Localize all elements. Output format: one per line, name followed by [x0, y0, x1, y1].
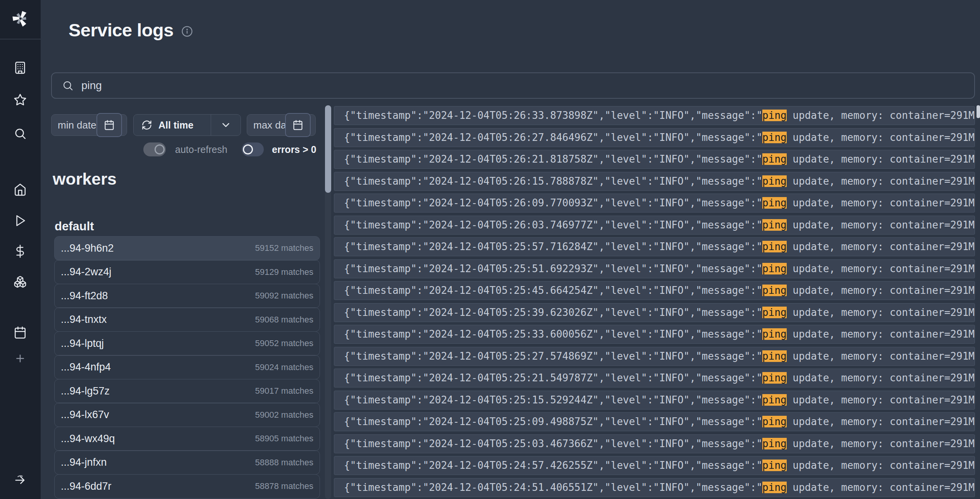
worker-match-count: 59068 matches	[255, 315, 313, 325]
log-timestamp: 2024-12-04T05:25:03.467366Z	[429, 438, 593, 449]
log-json-prefix: {"timestamp":"	[344, 241, 429, 252]
search-input[interactable]: ping	[51, 72, 975, 99]
worker-match-count: 59092 matches	[255, 291, 313, 301]
log-json-middle: ","level":"INFO","message":"	[593, 132, 762, 143]
worker-group-label: default	[55, 219, 94, 233]
info-icon[interactable]	[181, 26, 193, 37]
search-icon[interactable]	[14, 127, 27, 140]
search-magnifier-icon	[62, 80, 74, 91]
log-json-middle: ","level":"INFO","message":"	[593, 416, 762, 427]
log-row[interactable]: {"timestamp":"2024-12-04T05:24:51.406551…	[334, 478, 975, 497]
log-row[interactable]: {"timestamp":"2024-12-04T05:26:33.873898…	[334, 106, 975, 125]
page-scrollbar-thumb[interactable]	[977, 105, 980, 118]
log-highlight-match: ping	[762, 460, 787, 471]
auto-refresh-toggle[interactable]	[143, 142, 166, 156]
errors-toggle-knob	[243, 144, 253, 154]
time-range-main[interactable]: All time	[134, 120, 211, 131]
calendar-icon[interactable]	[14, 326, 27, 339]
log-highlight-match: ping	[762, 307, 787, 318]
dollar-sign-icon[interactable]	[14, 245, 27, 258]
log-row[interactable]: {"timestamp":"2024-12-04T05:25:21.549787…	[334, 369, 975, 388]
log-highlight-match: ping	[762, 241, 787, 252]
log-row[interactable]: {"timestamp":"2024-12-04T05:26:09.770093…	[334, 194, 975, 213]
log-row[interactable]: {"timestamp":"2024-12-04T05:26:21.818758…	[334, 150, 975, 169]
log-list-scrollbar[interactable]	[325, 105, 331, 499]
worker-list-item[interactable]: ...94-2wz4j 59129 matches	[54, 260, 320, 284]
log-list: {"timestamp":"2024-12-04T05:26:33.873898…	[334, 106, 975, 499]
log-row[interactable]: {"timestamp":"2024-12-04T05:25:57.716284…	[334, 237, 975, 256]
worker-match-count: 58905 matches	[255, 434, 313, 444]
worker-list-item[interactable]: ...94-wx49q 58905 matches	[54, 427, 320, 451]
log-json-prefix: {"timestamp":"	[344, 197, 429, 209]
log-row[interactable]: {"timestamp":"2024-12-04T05:25:09.498875…	[334, 412, 975, 431]
star-icon[interactable]	[14, 93, 27, 106]
worker-list-item[interactable]: ...94-lg57z 59017 matches	[54, 379, 320, 403]
log-json-middle: ","level":"INFO","message":"	[593, 328, 762, 340]
errors-toggle[interactable]	[242, 142, 264, 156]
time-range-button[interactable]: All time	[133, 114, 241, 136]
log-row[interactable]: {"timestamp":"2024-12-04T05:25:51.692293…	[334, 259, 975, 278]
page-title: Service logs	[69, 19, 174, 41]
log-message-rest: update, memory: container=291MB	[787, 263, 975, 274]
log-message-rest: update, memory: container=291MB	[787, 394, 975, 406]
worker-list-item[interactable]: ...94-tnxtx 59068 matches	[54, 307, 320, 332]
log-json-middle: ","level":"INFO","message":"	[593, 263, 762, 274]
worker-list-item[interactable]: ...94-lx67v 59002 matches	[54, 403, 320, 427]
play-icon[interactable]	[14, 214, 27, 227]
log-row[interactable]: {"timestamp":"2024-12-04T05:26:27.846496…	[334, 128, 975, 147]
log-highlight-match: ping	[762, 197, 787, 209]
plus-icon[interactable]	[14, 353, 26, 364]
building-icon[interactable]	[14, 61, 27, 74]
log-timestamp: 2024-12-04T05:24:51.406551Z	[429, 482, 593, 493]
log-timestamp: 2024-12-04T05:26:21.818758Z	[429, 153, 593, 165]
home-icon[interactable]	[14, 183, 27, 196]
worker-name: ...94-6dd7r	[61, 480, 112, 492]
log-timestamp: 2024-12-04T05:25:21.549787Z	[429, 372, 593, 384]
log-message-rest: update, memory: container=291MB	[787, 110, 975, 121]
worker-list-item[interactable]: ...94-9h6n2 59152 matches	[54, 236, 320, 261]
time-range-dropdown-button[interactable]	[211, 119, 241, 131]
worker-name: ...94-2wz4j	[61, 266, 112, 278]
worker-list-item[interactable]: ...94-6dd7r 58878 matches	[54, 474, 320, 499]
boxes-icon[interactable]	[14, 275, 27, 288]
log-timestamp: 2024-12-04T05:25:57.716284Z	[429, 241, 593, 252]
worker-name: ...94-lptqj	[61, 338, 104, 350]
worker-list-item[interactable]: ...94-lptqj 59052 matches	[54, 331, 320, 356]
log-json-prefix: {"timestamp":"	[344, 350, 429, 362]
log-row[interactable]: {"timestamp":"2024-12-04T05:26:03.746977…	[334, 216, 975, 235]
log-row[interactable]: {"timestamp":"2024-12-04T05:25:39.623026…	[334, 303, 975, 322]
log-json-prefix: {"timestamp":"	[344, 482, 429, 493]
log-row[interactable]: {"timestamp":"2024-12-04T05:25:45.664254…	[334, 281, 975, 300]
worker-list-item[interactable]: ...94-4nfp4 59024 matches	[54, 355, 320, 379]
log-message-rest: update, memory: container=291MB	[787, 241, 975, 252]
log-timestamp: 2024-12-04T05:26:33.873898Z	[429, 110, 593, 121]
log-row[interactable]: {"timestamp":"2024-12-04T05:25:03.467366…	[334, 434, 975, 453]
log-highlight-match: ping	[762, 328, 787, 340]
worker-name: ...94-4nfp4	[61, 361, 111, 373]
log-json-prefix: {"timestamp":"	[344, 438, 429, 449]
worker-list-item[interactable]: ...94-ft2d8 59092 matches	[54, 284, 320, 308]
log-row[interactable]: {"timestamp":"2024-12-04T05:25:33.600056…	[334, 325, 975, 344]
log-message-rest: update, memory: container=291MB	[787, 482, 975, 493]
log-row[interactable]: {"timestamp":"2024-12-04T05:25:15.529244…	[334, 391, 975, 410]
log-json-prefix: {"timestamp":"	[344, 285, 429, 296]
log-row[interactable]: {"timestamp":"2024-12-04T05:25:27.574869…	[334, 347, 975, 366]
log-highlight-match: ping	[762, 416, 787, 427]
worker-list-item[interactable]: ...94-jnfxn 58888 matches	[54, 450, 320, 475]
log-row[interactable]: {"timestamp":"2024-12-04T05:26:15.788878…	[334, 172, 975, 191]
search-input-value: ping	[81, 79, 102, 92]
worker-match-count: 59002 matches	[255, 410, 313, 420]
windmill-logo-icon[interactable]	[10, 9, 31, 29]
log-json-middle: ","level":"INFO","message":"	[593, 241, 762, 252]
min-date-calendar-button[interactable]	[96, 113, 122, 137]
log-row[interactable]: {"timestamp":"2024-12-04T05:24:57.426255…	[334, 456, 975, 475]
worker-name: ...94-9h6n2	[61, 242, 114, 254]
log-timestamp: 2024-12-04T05:25:45.664254Z	[429, 285, 593, 296]
max-date-input[interactable]: max date	[247, 114, 316, 136]
log-list-scrollbar-thumb[interactable]	[325, 105, 331, 193]
sidebar-divider	[0, 39, 41, 39]
log-json-middle: ","level":"INFO","message":"	[593, 372, 762, 384]
expand-arrow-icon[interactable]	[14, 473, 27, 486]
max-date-calendar-button[interactable]	[285, 113, 311, 137]
min-date-input[interactable]: min date	[51, 114, 127, 136]
